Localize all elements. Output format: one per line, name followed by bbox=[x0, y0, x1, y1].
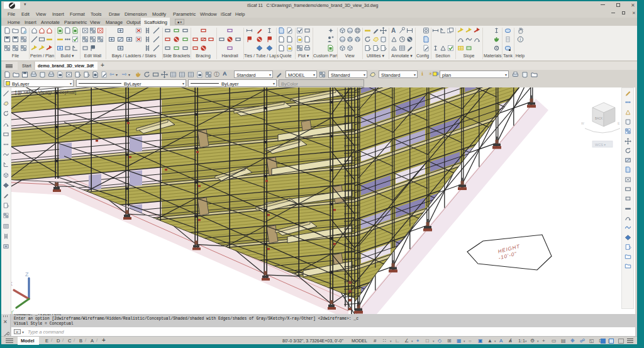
svg-text:X: X bbox=[11, 281, 13, 287]
svg-text:Y: Y bbox=[11, 309, 14, 314]
svg-text:BACK: BACK bbox=[595, 117, 602, 120]
svg-text:i: i bbox=[519, 36, 521, 42]
svg-text:[-][Custom View][Conceptual]: [-][Custom View][Conceptual] bbox=[15, 89, 76, 95]
svg-text:W: W bbox=[581, 121, 584, 125]
svg-text:WCS ▾: WCS ▾ bbox=[595, 143, 606, 147]
svg-text:Z: Z bbox=[25, 271, 29, 278]
svg-text:A: A bbox=[391, 27, 396, 34]
